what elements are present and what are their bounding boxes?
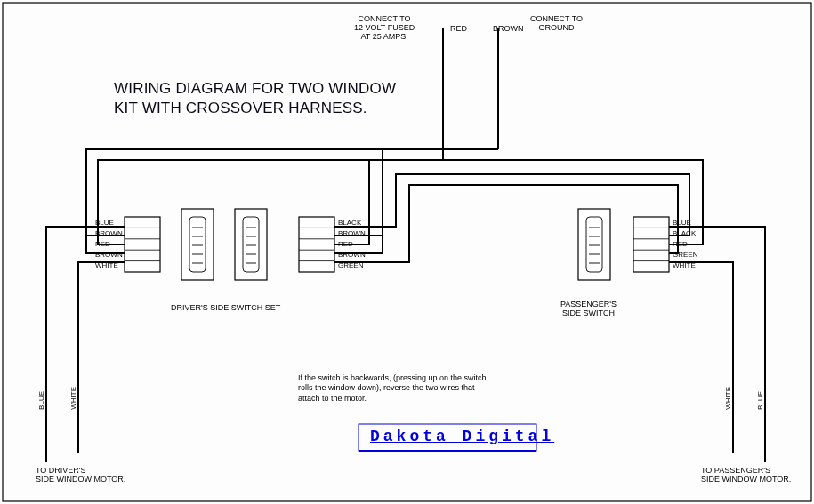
label-red-wire: RED bbox=[450, 25, 467, 34]
driver-pin-2: BROWN bbox=[95, 230, 123, 237]
driver-pin-1: BLUE bbox=[95, 220, 114, 227]
passenger-pin-4: GREEN bbox=[673, 252, 697, 259]
brand-dakota-digital: Dakota Digital bbox=[370, 428, 554, 445]
center-pin-4: BROWN bbox=[338, 252, 366, 259]
label-to-driver-motor: TO DRIVER'S SIDE WINDOW MOTOR. bbox=[36, 467, 125, 484]
svg-rect-17 bbox=[189, 217, 206, 272]
passenger-motor-wire-blue: BLUE bbox=[756, 391, 764, 410]
label-driver-switch-set: DRIVER'S SIDE SWITCH SET bbox=[171, 304, 280, 313]
driver-pin-3: RED bbox=[95, 241, 110, 248]
reverse-wires-note: If the switch is backwards, (pressing up… bbox=[298, 373, 494, 404]
label-12v-fused: CONNECT TO 12 VOLT FUSED AT 25 AMPS. bbox=[354, 15, 415, 42]
center-pin-2: BROWN bbox=[338, 230, 366, 237]
svg-rect-6 bbox=[299, 217, 334, 272]
passenger-motor-wire-white: WHITE bbox=[724, 387, 732, 410]
svg-rect-24 bbox=[243, 217, 259, 272]
center-pin-5: GREEN bbox=[338, 262, 363, 269]
passenger-pin-1: BLUE bbox=[673, 220, 691, 227]
driver-pin-5: WHITE bbox=[95, 262, 118, 269]
driver-pin-4: BROWN bbox=[95, 252, 123, 259]
diagram-title-line1: WIRING DIAGRAM FOR TWO WINDOW bbox=[114, 80, 396, 98]
svg-rect-1 bbox=[125, 217, 160, 272]
diagram-title-line2: KIT WITH CROSSOVER HARNESS. bbox=[114, 100, 367, 117]
label-passenger-switch: PASSENGER'S SIDE SWITCH bbox=[560, 300, 617, 318]
label-ground: CONNECT TO GROUND bbox=[530, 15, 583, 33]
label-brown-wire: BROWN bbox=[493, 25, 524, 34]
passenger-pin-3: RED bbox=[673, 241, 688, 248]
passenger-pin-2: BLACK bbox=[673, 230, 696, 237]
svg-rect-31 bbox=[586, 217, 602, 272]
driver-motor-wire-blue: BLUE bbox=[37, 391, 45, 410]
svg-rect-11 bbox=[633, 217, 669, 272]
center-pin-1: BLACK bbox=[338, 220, 361, 227]
center-pin-3: RED bbox=[338, 241, 353, 248]
label-to-passenger-motor: TO PASSENGER'S SIDE WINDOW MOTOR. bbox=[701, 467, 791, 484]
driver-motor-wire-white: WHITE bbox=[69, 387, 77, 410]
passenger-pin-5: WHITE bbox=[673, 262, 696, 269]
